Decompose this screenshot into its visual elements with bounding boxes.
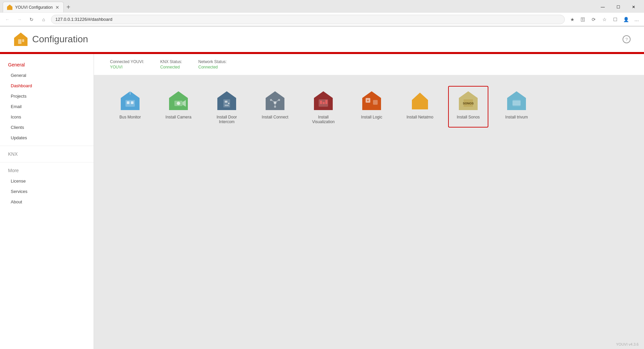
- svg-rect-1: [18, 39, 21, 44]
- knx-status-label: KNX Status:: [160, 59, 182, 64]
- card-install-netatmo[interactable]: Install Netatmo: [400, 86, 440, 128]
- app-header: Configuration ?: [0, 27, 644, 53]
- sidebar-item-icons[interactable]: Icons: [0, 112, 94, 122]
- status-knx: KNX Status: Connected: [160, 59, 182, 69]
- dashboard-grid: Bus Monitor Install Camera: [94, 75, 644, 138]
- svg-rect-16: [225, 105, 229, 106]
- back-button[interactable]: ←: [3, 15, 12, 24]
- sidebar-item-updates[interactable]: Updates: [0, 133, 94, 143]
- url-bar[interactable]: 127.0.0.1:31226/#/dashboard: [51, 15, 565, 24]
- profile-icon[interactable]: 👤: [621, 15, 631, 24]
- card-install-trivum[interactable]: Install trivum: [496, 86, 537, 128]
- tab-title: YOUVI Configuration: [15, 5, 53, 10]
- card-install-camera[interactable]: Install Camera: [158, 86, 199, 128]
- bus-monitor-icon: [119, 89, 142, 112]
- home-button[interactable]: ⌂: [39, 15, 48, 24]
- install-connect-label: Install Connect: [262, 115, 288, 119]
- svg-point-19: [270, 99, 272, 101]
- reload-button[interactable]: ↻: [27, 15, 36, 24]
- svg-marker-30: [362, 91, 381, 110]
- sidebar-item-about[interactable]: About: [0, 197, 94, 207]
- install-logic-label: Install Logic: [361, 115, 382, 119]
- sidebar-general-header: General: [0, 59, 94, 70]
- sidebar-item-email[interactable]: Email: [0, 101, 94, 112]
- sidebar-knx-header: KNX: [0, 149, 94, 159]
- browser-chrome: YOUVI Configuration ✕ + — ☐ ✕ ← → ↻ ⌂ 12…: [0, 0, 644, 27]
- install-logic-icon: +: [360, 89, 383, 112]
- main-content: General General Dashboard Projects Email…: [0, 54, 644, 349]
- install-sonos-icon: SONOS: [457, 89, 480, 112]
- new-tab-button[interactable]: +: [64, 3, 73, 11]
- sidebar-divider-2: [0, 162, 94, 162]
- svg-point-15: [228, 103, 229, 104]
- content-panel: Connected YOUVI: YOUVI KNX Status: Conne…: [94, 54, 644, 349]
- close-button[interactable]: ✕: [626, 1, 641, 13]
- install-visualization-icon: [312, 89, 335, 112]
- install-door-intercom-icon: [215, 89, 238, 112]
- maximize-button[interactable]: ☐: [610, 1, 626, 13]
- card-install-sonos[interactable]: SONOS Install Sonos: [448, 86, 488, 128]
- sidebar-item-clients[interactable]: Clients: [0, 122, 94, 133]
- install-sonos-label: Install Sonos: [457, 115, 480, 119]
- svg-rect-5: [127, 101, 129, 104]
- install-netatmo-icon: [409, 89, 431, 112]
- card-install-visualization[interactable]: Install Visualization: [303, 86, 343, 128]
- bookmark-star-icon[interactable]: ★: [568, 15, 577, 24]
- svg-point-20: [278, 99, 280, 101]
- install-netatmo-label: Install Netatmo: [407, 115, 433, 119]
- version-text: YOUVI v4.3.6: [616, 342, 639, 346]
- minimize-button[interactable]: —: [595, 1, 610, 13]
- tab-favicon: [7, 5, 12, 10]
- knx-status-value: Connected: [160, 65, 182, 69]
- favorites-icon[interactable]: ☆: [600, 15, 609, 24]
- address-icons: ★ ⚿ ⟳ ☆ ☐ 👤 …: [568, 15, 641, 24]
- status-network: Network Status: Connected: [198, 59, 227, 69]
- bus-monitor-label: Bus Monitor: [119, 115, 141, 119]
- forward-button[interactable]: →: [15, 15, 24, 24]
- shield-icon[interactable]: ⚿: [578, 15, 588, 24]
- sidebar-divider-1: [0, 146, 94, 146]
- svg-rect-28: [323, 102, 325, 104]
- address-bar: ← → ↻ ⌂ 127.0.0.1:31226/#/dashboard ★ ⚿ …: [0, 13, 644, 26]
- sidebar-more-header: More: [0, 165, 94, 176]
- svg-rect-29: [325, 100, 327, 104]
- status-bar: Connected YOUVI: YOUVI KNX Status: Conne…: [94, 54, 644, 75]
- svg-rect-2: [22, 39, 24, 42]
- card-bus-monitor[interactable]: Bus Monitor: [110, 86, 150, 128]
- install-visualization-label: Install Visualization: [307, 115, 340, 124]
- browser-tab[interactable]: YOUVI Configuration ✕: [3, 2, 64, 12]
- svg-marker-34: [412, 93, 428, 109]
- svg-text:SONOS: SONOS: [463, 102, 474, 105]
- install-trivum-icon: [505, 89, 528, 112]
- app-logo: Configuration: [13, 32, 88, 47]
- svg-rect-27: [320, 101, 322, 104]
- page: Configuration ? General General Dashboar…: [0, 27, 644, 349]
- install-camera-icon: [167, 89, 190, 112]
- install-connect-icon: [264, 89, 286, 112]
- card-install-logic[interactable]: + Install Logic: [352, 86, 392, 128]
- svg-point-10: [177, 102, 180, 105]
- sidebar-item-general[interactable]: General: [0, 70, 94, 81]
- card-install-connect[interactable]: Install Connect: [255, 86, 295, 128]
- sidebar-item-dashboard[interactable]: Dashboard: [0, 81, 94, 91]
- refresh-icon[interactable]: ⟳: [589, 15, 598, 24]
- help-icon[interactable]: ?: [623, 35, 631, 43]
- sidebar-item-services[interactable]: Services: [0, 186, 94, 197]
- menu-icon[interactable]: …: [632, 15, 641, 24]
- connected-youvi-value: YOUVI: [110, 65, 144, 69]
- svg-rect-6: [131, 101, 133, 104]
- install-camera-label: Install Camera: [165, 115, 191, 119]
- tab-close-button[interactable]: ✕: [55, 5, 59, 10]
- sidebar-item-license[interactable]: License: [0, 176, 94, 186]
- sidebar: General General Dashboard Projects Email…: [0, 54, 94, 349]
- install-door-intercom-label: Install Door Intercom: [210, 115, 244, 124]
- collection-icon[interactable]: ☐: [610, 15, 620, 24]
- svg-rect-14: [225, 101, 227, 103]
- sidebar-item-projects[interactable]: Projects: [0, 91, 94, 101]
- install-trivum-label: Install trivum: [505, 115, 528, 119]
- card-install-door-intercom[interactable]: Install Door Intercom: [207, 86, 247, 128]
- svg-text:+: +: [367, 99, 369, 102]
- status-connected-youvi: Connected YOUVI: YOUVI: [110, 59, 144, 69]
- app-title: Configuration: [32, 34, 88, 45]
- network-status-label: Network Status:: [198, 59, 227, 64]
